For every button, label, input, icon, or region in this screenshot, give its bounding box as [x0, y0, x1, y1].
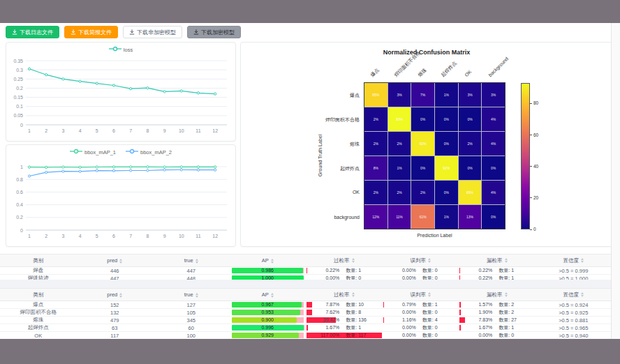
sort-icon[interactable]	[119, 293, 122, 298]
matrix-row-label: OK	[241, 190, 360, 195]
cell-pred: 446	[77, 267, 154, 275]
matrix-column-label: 起焊炸点	[441, 61, 458, 78]
matrix-row-label: background	[241, 215, 360, 220]
matrix-cell: 2%	[364, 132, 388, 156]
colorbar-tick-label: 0	[533, 227, 536, 232]
cell-miss-detect: 1.57%数量: 2	[459, 301, 536, 309]
sort-icon[interactable]	[195, 259, 198, 264]
column-header-label: 漏检率	[487, 291, 503, 298]
column-header-过检率[interactable]: 过检率	[306, 289, 383, 301]
column-header-pred[interactable]: pred	[77, 289, 154, 301]
column-header-AP[interactable]: AP	[230, 255, 307, 267]
desktop-background	[0, 339, 620, 364]
sort-icon[interactable]	[505, 258, 508, 263]
download-toolbar: 下载日志文件下载简报文件下载非加密模型下载加密模型	[6, 26, 241, 38]
matrix-cell: 0%	[435, 181, 458, 204]
column-header-AP[interactable]: AP	[230, 289, 307, 301]
column-header-漏检率[interactable]: 漏检率	[459, 255, 536, 267]
matrix-cell: 4%	[482, 132, 505, 156]
rate-count: 数量: 0	[416, 333, 462, 338]
ap-value: 0.996	[232, 325, 304, 331]
column-header-过检率[interactable]: 过检率	[306, 255, 383, 267]
svg-text:4: 4	[79, 128, 82, 133]
table-row: 爆点1521270.9677.87%数量: 100.79%数量: 11.57%数…	[0, 301, 612, 309]
sort-desc-icon	[352, 295, 355, 297]
ap-bar: 0.953	[232, 310, 304, 315]
download-log-button[interactable]: 下载日志文件	[6, 26, 59, 38]
rate-percent: 39.42%	[307, 317, 339, 323]
svg-text:0.6: 0.6	[16, 190, 23, 195]
column-header-漏检率[interactable]: 漏检率	[459, 289, 536, 301]
svg-text:12: 12	[212, 128, 218, 133]
sort-desc-icon	[505, 261, 508, 263]
cell-confidence: >0.5 = 0.925	[536, 309, 612, 317]
download-encrypted-model-button[interactable]: 下载加密模型	[187, 26, 241, 38]
rate-bar: 1.90%数量: 2	[459, 310, 535, 315]
matrix-cell: 13%	[459, 205, 482, 229]
cell-category: 熔珠	[0, 317, 77, 324]
svg-text:8: 8	[146, 128, 149, 133]
cell-confidence: >0.5 = 0.965	[536, 324, 612, 332]
cell-ap: 0.929	[230, 332, 307, 340]
rate-count: 数量: 1	[492, 325, 538, 331]
sort-desc-icon	[505, 295, 508, 297]
svg-text:10: 10	[179, 234, 184, 238]
svg-text:0: 0	[20, 228, 23, 233]
download-icon	[193, 29, 199, 35]
cell-ap: 0.900	[230, 317, 307, 324]
sort-icon[interactable]	[119, 259, 122, 264]
column-header-误判率[interactable]: 误判率	[383, 255, 459, 267]
sort-icon[interactable]	[581, 292, 584, 297]
rate-bar: 1.67%数量: 1	[459, 325, 535, 331]
rate-bar: 1.57%数量: 2	[459, 302, 535, 308]
svg-text:0.25: 0.25	[13, 77, 23, 82]
column-header-label: AP	[262, 257, 269, 264]
matrix-cell: 2%	[364, 181, 388, 204]
sort-icon[interactable]	[428, 292, 431, 297]
matrix-cell: 2%	[388, 181, 411, 204]
download-plain-model-button[interactable]: 下载非加密模型	[123, 26, 182, 38]
download-report-button[interactable]: 下载简报文件	[64, 26, 118, 38]
sort-icon[interactable]	[428, 258, 431, 263]
column-header-误判率[interactable]: 误判率	[383, 289, 459, 301]
svg-text:11: 11	[195, 128, 200, 133]
matrix-cell: 12%	[364, 205, 388, 229]
sort-icon[interactable]	[271, 293, 274, 298]
ap-bar: 0.900	[232, 317, 304, 323]
cell-miss-detect: 1.90%数量: 2	[459, 309, 536, 317]
column-header-label: true	[184, 291, 193, 298]
sort-icon[interactable]	[352, 258, 355, 263]
scrollbar-track[interactable]	[611, 23, 620, 339]
column-header-true[interactable]: true	[153, 255, 230, 267]
sort-icon[interactable]	[505, 292, 508, 297]
colorbar-tick-label: 60	[533, 133, 538, 137]
column-header-true[interactable]: true	[153, 289, 230, 301]
sort-desc-icon	[581, 295, 584, 297]
column-header-置信度[interactable]: 置信度	[536, 255, 612, 267]
matrix-cell: 4%	[482, 181, 505, 204]
colorbar-tick-mark	[530, 229, 532, 230]
cell-pred: 152	[77, 301, 154, 309]
svg-text:11: 11	[195, 234, 200, 238]
ap-value: 0.967	[232, 302, 304, 308]
table-row: OK1171000.929117.00%数量: 1170.00%数量: 00.0…	[0, 332, 612, 340]
colorbar-tick-label: 40	[533, 165, 538, 169]
cell-ap: 0.986	[230, 267, 307, 275]
colorbar-tick-label: 80	[533, 101, 538, 105]
column-header-置信度[interactable]: 置信度	[536, 289, 612, 301]
sort-icon[interactable]	[271, 259, 274, 264]
cell-miss-detect: 0.22%数量: 1	[459, 267, 536, 275]
rate-text: 1.57%数量: 2	[459, 302, 535, 308]
column-header-pred[interactable]: pred	[77, 255, 154, 267]
sort-icon[interactable]	[581, 258, 584, 263]
cell-pred: 132	[77, 309, 154, 317]
sort-desc-icon	[119, 261, 122, 264]
cell-category: 焊印面积不合格	[0, 309, 77, 317]
sort-icon[interactable]	[352, 292, 355, 297]
rate-text: 0.22%数量: 1	[459, 268, 535, 273]
rate-text: 0.00%数量: 0	[383, 268, 459, 273]
rate-percent: 7.83%	[459, 317, 492, 323]
sort-icon[interactable]	[195, 293, 198, 298]
sort-desc-icon	[195, 261, 198, 264]
sort-desc-icon	[195, 296, 198, 298]
